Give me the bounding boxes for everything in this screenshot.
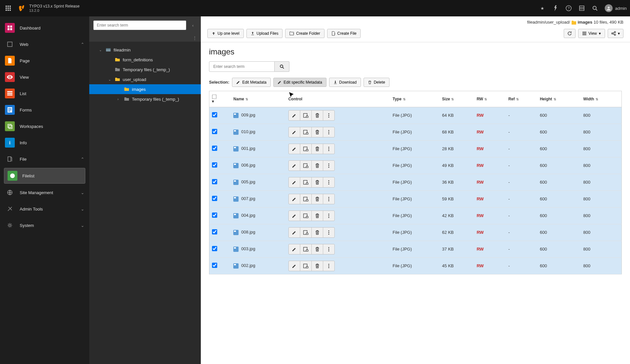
edit-action[interactable] <box>288 194 300 204</box>
expand-icon[interactable]: › <box>117 97 121 101</box>
cache-icon[interactable] <box>552 5 559 11</box>
th-ref[interactable]: Ref⇅ <box>506 91 537 107</box>
tree-node-form-definitions[interactable]: form_definitions <box>89 55 201 65</box>
edit-specific-metadata-button[interactable]: Edit specific Metadata <box>273 78 326 87</box>
more-action[interactable] <box>323 144 335 154</box>
delete-action[interactable] <box>311 227 323 238</box>
sidebar-item-forms[interactable]: Forms <box>0 102 89 118</box>
delete-action[interactable] <box>311 194 323 204</box>
bookmark-icon[interactable]: ★ <box>539 5 546 11</box>
refresh-button[interactable] <box>564 29 576 38</box>
delete-button[interactable]: Delete <box>364 78 389 87</box>
sidebar-group-site-management[interactable]: Site Management ⌄ <box>0 184 89 201</box>
metadata-action[interactable] <box>300 194 312 204</box>
th-checkbox[interactable]: ▾ <box>209 91 231 107</box>
delete-action[interactable] <box>311 211 323 221</box>
tree-node-user-upload[interactable]: ⌄ user_upload <box>89 74 201 84</box>
table-row[interactable]: 006.jpg File (JPG) 49 KB RW - 600 800 <box>209 157 622 174</box>
delete-action[interactable] <box>311 244 323 254</box>
metadata-action[interactable] <box>300 144 312 154</box>
more-action[interactable] <box>323 127 335 137</box>
up-one-level-button[interactable]: Up one level <box>207 29 244 38</box>
table-row[interactable]: 002.jpg File (JPG) 45 KB RW - 600 800 <box>209 257 622 274</box>
th-rw[interactable]: RW⇅ <box>474 91 506 107</box>
row-checkbox[interactable] <box>212 112 217 117</box>
tree-collapse-icon[interactable]: ‹ <box>189 23 197 28</box>
edit-action[interactable] <box>288 177 300 188</box>
typo3-logo[interactable]: TYPO3 v13.x Sprint Release 13.2.0 <box>18 4 79 12</box>
content-search-input[interactable] <box>209 61 275 72</box>
sidebar-item-page[interactable]: Page <box>0 52 89 69</box>
create-folder-button[interactable]: +Create Folder <box>285 29 324 38</box>
more-action[interactable] <box>323 261 335 271</box>
table-row[interactable]: 007.jpg File (JPG) 59 KB RW - 600 800 <box>209 191 622 207</box>
table-row[interactable]: 001.jpg File (JPG) 28 KB RW - 600 800 <box>209 140 622 157</box>
metadata-action[interactable] <box>300 261 312 271</box>
delete-action[interactable] <box>311 110 323 121</box>
th-size[interactable]: Size⇅ <box>439 91 474 107</box>
sidebar-item-view[interactable]: View <box>0 69 89 85</box>
delete-action[interactable] <box>311 144 323 154</box>
expand-icon[interactable]: ⌄ <box>108 78 112 81</box>
tree-node-fileadmin[interactable]: ⌄ fileadmin <box>89 45 201 55</box>
sidebar-group-file[interactable]: File ⌃ <box>0 151 89 167</box>
table-row[interactable]: 005.jpg File (JPG) 36 KB RW - 600 800 <box>209 174 622 191</box>
more-action[interactable] <box>323 211 335 221</box>
th-name[interactable]: Name⇅ <box>231 91 285 107</box>
tree-search-input[interactable] <box>93 20 186 30</box>
tree-more-icon[interactable]: ⋮ <box>89 34 201 42</box>
delete-action[interactable] <box>311 261 323 271</box>
table-row[interactable]: 008.jpg File (JPG) 62 KB RW - 600 800 <box>209 224 622 241</box>
delete-action[interactable] <box>311 177 323 188</box>
edit-action[interactable] <box>288 144 300 154</box>
download-button[interactable]: Download <box>329 78 361 87</box>
sidebar-group-web[interactable]: Web ⌃ <box>0 36 89 52</box>
table-row[interactable]: 004.jpg File (JPG) 42 KB RW - 600 800 <box>209 207 622 224</box>
apps-menu-icon[interactable] <box>3 3 13 13</box>
share-dropdown[interactable]: ▾ <box>608 29 623 38</box>
user-menu[interactable]: admin <box>605 4 627 12</box>
row-checkbox[interactable] <box>212 146 217 151</box>
metadata-action[interactable] <box>300 227 312 238</box>
table-row[interactable]: 003.jpg File (JPG) 37 KB RW - 600 800 <box>209 241 622 257</box>
expand-icon[interactable]: ⌄ <box>99 48 103 52</box>
sidebar-group-system[interactable]: System ⌄ <box>0 217 89 233</box>
tree-node-images[interactable]: images <box>89 84 201 94</box>
table-row[interactable]: 009.jpg File (JPG) 64 KB RW - 600 800 <box>209 107 622 124</box>
create-file-button[interactable]: +Create File <box>327 29 361 38</box>
edit-metadata-button[interactable]: Edit Metadata <box>232 78 271 87</box>
metadata-action[interactable] <box>300 177 312 188</box>
row-checkbox[interactable] <box>212 229 217 234</box>
row-checkbox[interactable] <box>212 246 217 251</box>
metadata-action[interactable] <box>300 127 312 137</box>
tree-node-temp2[interactable]: › Temporary files (_temp_) <box>89 94 201 104</box>
upload-files-button[interactable]: Upload Files <box>246 29 283 38</box>
row-checkbox[interactable] <box>212 179 217 184</box>
edit-action[interactable] <box>288 261 300 271</box>
content-search-button[interactable] <box>275 61 289 72</box>
more-action[interactable] <box>323 227 335 238</box>
sidebar-item-filelist[interactable]: Filelist <box>4 168 85 184</box>
delete-action[interactable] <box>311 160 323 171</box>
edit-action[interactable] <box>288 160 300 171</box>
metadata-action[interactable] <box>300 110 312 121</box>
list-icon[interactable] <box>578 5 585 11</box>
edit-action[interactable] <box>288 110 300 121</box>
edit-action[interactable] <box>288 127 300 137</box>
th-height[interactable]: Height⇅ <box>537 91 580 107</box>
delete-action[interactable] <box>311 127 323 137</box>
sidebar-item-workspaces[interactable]: Workspaces <box>0 118 89 134</box>
metadata-action[interactable] <box>300 244 312 254</box>
row-checkbox[interactable] <box>212 212 217 218</box>
edit-action[interactable] <box>288 227 300 238</box>
search-icon[interactable] <box>592 5 598 11</box>
edit-action[interactable] <box>288 244 300 254</box>
sidebar-item-info[interactable]: i Info <box>0 134 89 151</box>
sidebar-item-dashboard[interactable]: Dashboard <box>0 20 89 36</box>
th-type[interactable]: Type⇅ <box>390 91 440 107</box>
tree-node-temp[interactable]: Temporary files (_temp_) <box>89 65 201 74</box>
row-checkbox[interactable] <box>212 162 217 168</box>
view-dropdown[interactable]: View ▾ <box>578 29 605 38</box>
table-row[interactable]: 010.jpg File (JPG) 68 KB RW - 600 800 <box>209 124 622 140</box>
more-action[interactable] <box>323 110 335 121</box>
